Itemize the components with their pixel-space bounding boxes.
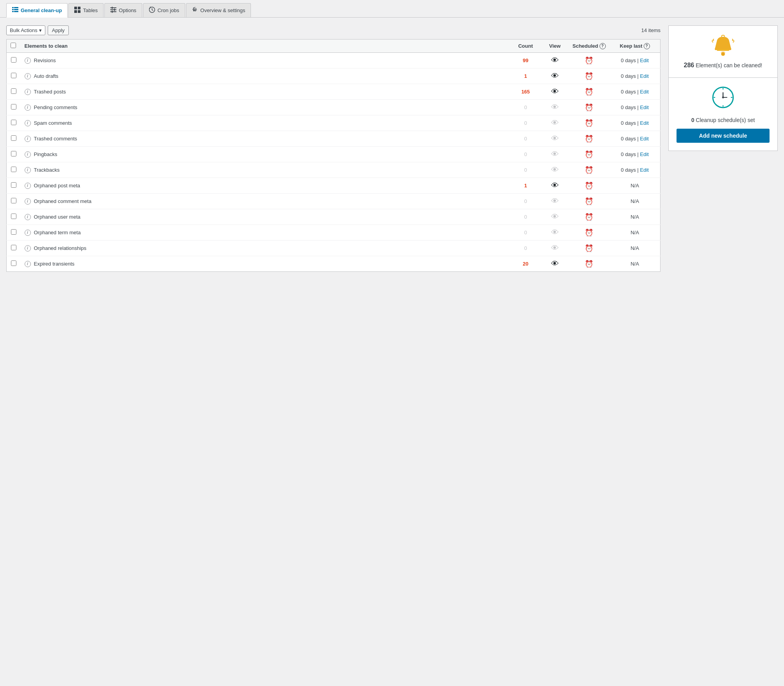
info-icon[interactable]: i — [25, 151, 31, 158]
info-icon[interactable]: i — [25, 104, 31, 111]
list-icon — [12, 7, 18, 14]
clock-widget-icon — [711, 86, 735, 109]
clock-icon: ⏰ — [585, 229, 593, 237]
select-all-checkbox[interactable] — [11, 43, 16, 48]
eye-active-icon[interactable]: 👁 — [551, 72, 559, 80]
keep-value: 0 days — [621, 57, 636, 63]
svg-rect-1 — [14, 7, 18, 8]
row-checkbox-12[interactable] — [11, 245, 16, 250]
row-count-cell: 0 — [510, 194, 541, 209]
tab-overview-settings[interactable]: Overview & settings — [186, 3, 251, 17]
clock-icon: ⏰ — [585, 166, 593, 174]
row-checkbox-1[interactable] — [11, 73, 16, 78]
row-count-cell: 1 — [510, 178, 541, 194]
table-row: i Pending comments 0👁⏰0 days | Edit — [7, 100, 660, 115]
keep-value: 0 days — [621, 73, 636, 79]
eye-active-icon[interactable]: 👁 — [551, 181, 559, 190]
info-icon[interactable]: i — [25, 136, 31, 142]
row-checkbox-11[interactable] — [11, 229, 16, 235]
row-scheduled-cell: ⏰ — [569, 178, 610, 194]
eye-inactive-icon: 👁 — [551, 212, 559, 221]
edit-link[interactable]: Edit — [640, 120, 649, 126]
alert-widget: 286 Element(s) can be cleaned! — [668, 25, 778, 78]
table-row: i Orphaned comment meta 0👁⏰N/A — [7, 194, 660, 209]
row-name-cell: i Auto drafts — [21, 68, 510, 84]
svg-rect-12 — [110, 9, 116, 10]
info-icon[interactable]: i — [25, 89, 31, 95]
info-icon[interactable]: i — [25, 198, 31, 205]
row-checkbox-6[interactable] — [11, 151, 16, 156]
row-checkbox-2[interactable] — [11, 88, 16, 94]
row-checkbox-10[interactable] — [11, 214, 16, 219]
apply-button[interactable]: Apply — [48, 25, 69, 35]
svg-rect-8 — [74, 10, 77, 13]
row-view-cell: 👁 — [541, 241, 569, 256]
row-view-cell: 👁 — [541, 131, 569, 147]
edit-link[interactable]: Edit — [640, 136, 649, 142]
info-icon[interactable]: i — [25, 73, 31, 79]
row-count-cell: 0 — [510, 131, 541, 147]
eye-active-icon[interactable]: 👁 — [551, 87, 559, 96]
info-icon[interactable]: i — [25, 57, 31, 64]
clock-icon: ⏰ — [585, 182, 593, 190]
row-checkbox-4[interactable] — [11, 120, 16, 125]
table-row: i Auto drafts 1👁⏰0 days | Edit — [7, 68, 660, 84]
row-checkbox-cell — [7, 256, 21, 272]
eye-inactive-icon: 👁 — [551, 134, 559, 143]
edit-link[interactable]: Edit — [640, 104, 649, 110]
row-checkbox-3[interactable] — [11, 104, 16, 110]
info-icon[interactable]: i — [25, 261, 31, 267]
row-count-cell: 0 — [510, 209, 541, 225]
bulk-actions-dropdown[interactable]: Bulk Actions ▾ — [6, 25, 45, 35]
svg-point-28 — [722, 97, 724, 99]
tab-cron-jobs[interactable]: Cron jobs — [143, 3, 185, 17]
info-icon[interactable]: i — [25, 167, 31, 173]
row-count-cell: 20 — [510, 256, 541, 272]
edit-link[interactable]: Edit — [640, 89, 649, 95]
row-checkbox-0[interactable] — [11, 57, 16, 63]
edit-link[interactable]: Edit — [640, 57, 649, 63]
row-count-cell: 165 — [510, 84, 541, 100]
tab-tables[interactable]: Tables — [68, 3, 104, 17]
row-count: 165 — [521, 89, 530, 95]
row-scheduled-cell: ⏰ — [569, 100, 610, 115]
row-scheduled-cell: ⏰ — [569, 68, 610, 84]
info-icon[interactable]: i — [25, 245, 31, 251]
row-name-cell: i Trashed comments — [21, 131, 510, 147]
info-icon[interactable]: i — [25, 214, 31, 220]
eye-active-icon[interactable]: 👁 — [551, 56, 559, 65]
clock-icon: ⏰ — [585, 151, 593, 158]
row-scheduled-cell: ⏰ — [569, 162, 610, 178]
keep-value: 0 days — [621, 167, 636, 173]
info-icon[interactable]: i — [25, 120, 31, 126]
row-checkbox-9[interactable] — [11, 198, 16, 203]
tab-options[interactable]: Options — [104, 3, 142, 17]
clock-icon: ⏰ — [585, 198, 593, 205]
tab-general-cleanup[interactable]: General clean-up — [6, 3, 68, 18]
edit-link[interactable]: Edit — [640, 73, 649, 79]
info-icon[interactable]: i — [25, 183, 31, 189]
row-count: 1 — [524, 183, 527, 189]
eye-active-icon[interactable]: 👁 — [551, 259, 559, 268]
svg-rect-3 — [14, 9, 18, 10]
svg-rect-7 — [78, 7, 81, 9]
row-checkbox-5[interactable] — [11, 135, 16, 141]
row-name-cell: i Orphaned term meta — [21, 225, 510, 241]
row-scheduled-cell: ⏰ — [569, 131, 610, 147]
row-checkbox-7[interactable] — [11, 167, 16, 172]
row-count-cell: 0 — [510, 100, 541, 115]
row-checkbox-cell — [7, 84, 21, 100]
add-schedule-button[interactable]: Add new schedule — [677, 129, 770, 143]
row-checkbox-13[interactable] — [11, 260, 16, 266]
row-keep-cell: 0 days | Edit — [610, 162, 660, 178]
row-count-cell: 0 — [510, 162, 541, 178]
info-icon[interactable]: i — [25, 230, 31, 236]
clock-icon: ⏰ — [585, 213, 593, 221]
row-checkbox-cell — [7, 100, 21, 115]
table-row: i Pingbacks 0👁⏰0 days | Edit — [7, 147, 660, 162]
row-count-cell: 0 — [510, 147, 541, 162]
edit-link[interactable]: Edit — [640, 167, 649, 173]
edit-link[interactable]: Edit — [640, 151, 649, 157]
row-checkbox-8[interactable] — [11, 182, 16, 188]
row-keep-cell: N/A — [610, 194, 660, 209]
